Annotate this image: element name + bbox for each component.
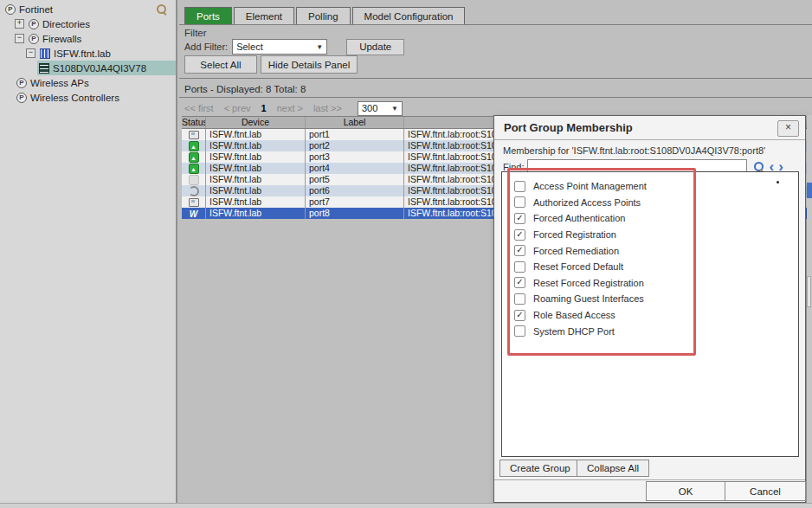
label-cell: port6: [306, 185, 404, 196]
create-group-button[interactable]: Create Group: [499, 460, 581, 477]
group-item-authorized-access-points: Authorized Access Points: [502, 195, 798, 211]
group-item-label: Roaming Guest Interfaces: [533, 293, 644, 304]
group-item-system-dhcp-port: System DHCP Port: [502, 323, 798, 339]
column-header-label[interactable]: Label: [306, 117, 404, 128]
tree-node-label: Directories: [42, 19, 90, 29]
membership-text: Membership for 'ISFW.ftnt.lab:root:S108D…: [503, 145, 765, 156]
sidebar-item-s108dv0ja4qi3v78[interactable]: S108DV0JA4QI3V78: [0, 61, 176, 75]
close-icon[interactable]: ×: [777, 120, 799, 137]
device-cell: ISFW.ftnt.lab: [206, 174, 306, 185]
sidebar-item-directories[interactable]: +PDirectories: [0, 16, 176, 31]
label-cell: port4: [306, 163, 404, 174]
pagination-next[interactable]: next >: [277, 103, 303, 113]
scrollbar-thumb[interactable]: [807, 276, 811, 307]
checkbox-checked-icon[interactable]: ✓: [514, 213, 525, 224]
device-cell: ISFW.ftnt.lab: [206, 163, 306, 174]
chevron-down-icon: ▼: [316, 43, 323, 51]
checkbox-checked-icon[interactable]: ✓: [514, 229, 525, 241]
pagination-first[interactable]: << first: [184, 103, 214, 113]
tree-node: S108DV0JA4QI3V78: [37, 61, 176, 75]
tree-node-label: Wireless APs: [30, 78, 89, 88]
column-header-device[interactable]: Device: [206, 117, 306, 128]
hide-details-panel-button[interactable]: Hide Details Panel: [261, 55, 358, 74]
scroll-marker: [807, 183, 812, 198]
tree-node: PWireless Controllers: [15, 90, 176, 105]
chevron-down-icon: ▼: [391, 105, 398, 113]
checkbox-checked-icon[interactable]: ✓: [514, 245, 525, 256]
group-item-label: Role Based Access: [533, 310, 615, 320]
status-cell: [182, 196, 206, 208]
add-filter-select[interactable]: Select ▼: [232, 39, 327, 55]
group-item-label: Forced Registration: [533, 229, 616, 240]
status-cell: W: [182, 208, 206, 219]
ok-button[interactable]: OK: [646, 481, 725, 501]
tab-polling[interactable]: Polling: [296, 7, 351, 24]
update-button[interactable]: Update: [346, 39, 404, 55]
divider: [494, 479, 805, 480]
annotation-dot: [777, 181, 779, 183]
checkbox-unchecked-icon[interactable]: [514, 293, 525, 305]
tab-ports[interactable]: Ports: [184, 7, 232, 24]
column-header-status[interactable]: Status: [182, 117, 206, 128]
bottom-scroll-strip: [0, 503, 812, 508]
status-cell: [182, 163, 206, 174]
tabbar-divider: [179, 24, 812, 25]
link-up-icon: [189, 164, 199, 174]
label-cell: port7: [306, 196, 404, 208]
dialog-title: Port Group Membership: [504, 121, 633, 134]
collapse-all-button[interactable]: Collapse All: [577, 460, 649, 477]
pagination-prev[interactable]: < prev: [224, 103, 251, 113]
wifi-icon: W: [190, 209, 197, 219]
group-item-label: Forced Authentication: [533, 213, 625, 223]
checkbox-unchecked-icon[interactable]: [514, 325, 525, 337]
tree-node-label: Wireless Controllers: [30, 93, 119, 103]
label-cell: port3: [306, 151, 404, 163]
sidebar-item-wireless-aps[interactable]: PWireless APs: [0, 75, 176, 90]
p-circle-icon: P: [5, 4, 16, 15]
page-size-value: 300: [362, 103, 377, 113]
checkbox-unchecked-icon[interactable]: [514, 261, 525, 273]
collapse-icon[interactable]: −: [15, 34, 24, 43]
switch-dark-icon: [39, 63, 49, 74]
link-faded-icon: [189, 175, 199, 185]
link-up-icon: [189, 152, 199, 163]
sidebar-item-isfw-ftnt-lab[interactable]: −ISFW.ftnt.lab: [0, 46, 176, 61]
sidebar-item-firewalls[interactable]: −PFirewalls: [0, 31, 176, 46]
expand-icon[interactable]: +: [15, 19, 24, 29]
pagination-bar: << first < prev 1 next > last >> 300 ▼: [184, 100, 403, 116]
device-cell: ISFW.ftnt.lab: [206, 151, 306, 163]
status-cell: [182, 174, 206, 185]
select-all-button[interactable]: Select All: [184, 55, 257, 74]
group-item-label: Reset Forced Default: [533, 261, 623, 272]
label-cell: port8: [306, 208, 404, 219]
tree-node: PWireless APs: [15, 75, 176, 90]
p-circle-icon: P: [16, 78, 27, 88]
page-size-select[interactable]: 300 ▼: [358, 101, 403, 116]
divider: [179, 78, 812, 79]
sidebar-item-wireless-controllers[interactable]: PWireless Controllers: [0, 90, 176, 105]
ports-summary: Ports - Displayed: 8 Total: 8: [184, 84, 306, 94]
sidebar-item-fortinet[interactable]: PFortinet: [0, 2, 176, 16]
search-icon[interactable]: [156, 3, 167, 15]
group-item-forced-remediation: ✓Forced Remediation: [502, 242, 798, 259]
group-item-label: Reset Forced Registration: [533, 278, 644, 288]
group-item-label: System DHCP Port: [533, 326, 615, 337]
tab-element[interactable]: Element: [234, 7, 294, 24]
group-item-forced-registration: ✓Forced Registration: [502, 227, 798, 243]
checkbox-unchecked-icon[interactable]: [514, 196, 525, 208]
port-group-membership-dialog: Port Group Membership × Membership for '…: [493, 115, 806, 503]
checkbox-checked-icon[interactable]: ✓: [514, 277, 525, 288]
tree-node-label: Fortinet: [19, 4, 53, 15]
p-circle-icon: P: [29, 34, 39, 44]
cancel-button[interactable]: Cancel: [725, 481, 806, 501]
tree-node: ISFW.ftnt.lab: [38, 46, 176, 61]
pagination-last[interactable]: last >>: [313, 103, 342, 113]
tree-node: PFortinet: [3, 2, 156, 16]
tree-node-label: ISFW.ftnt.lab: [54, 48, 111, 59]
checkbox-checked-icon[interactable]: ✓: [514, 310, 525, 321]
checkbox-unchecked-icon[interactable]: [514, 181, 525, 192]
device-cell: ISFW.ftnt.lab: [206, 129, 306, 140]
host-icon: [189, 131, 199, 139]
tab-model-configuration[interactable]: Model Configuration: [352, 7, 466, 24]
collapse-icon[interactable]: −: [26, 48, 35, 58]
